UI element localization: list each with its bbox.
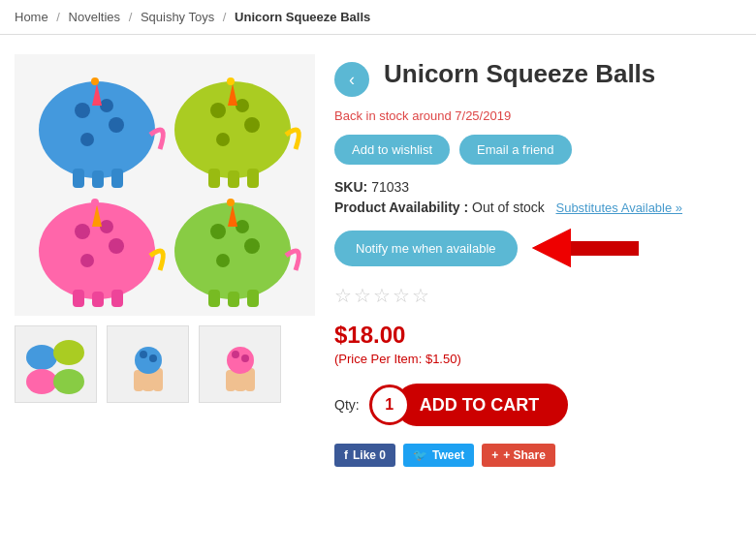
svg-point-16: [227, 77, 235, 85]
star-2[interactable]: ☆: [354, 284, 371, 307]
product-thumbnails: [15, 325, 315, 403]
product-images: [15, 54, 315, 467]
svg-point-55: [241, 354, 249, 362]
breadcrumb-novelties[interactable]: Novelties: [69, 10, 120, 24]
star-rating[interactable]: ☆ ☆ ☆ ☆ ☆: [334, 284, 741, 307]
notify-row: Notify me when available: [334, 227, 741, 269]
thumbnail-2-image: [114, 333, 182, 396]
fb-icon: f: [344, 448, 348, 462]
svg-point-13: [244, 117, 260, 133]
svg-rect-29: [111, 290, 123, 307]
title-row: ‹ Unicorn Squeeze Balls: [334, 54, 741, 97]
svg-rect-39: [247, 290, 259, 307]
svg-point-6: [91, 77, 99, 85]
svg-rect-37: [208, 290, 220, 307]
svg-point-3: [109, 117, 124, 133]
svg-point-24: [80, 254, 94, 267]
star-4[interactable]: ☆: [393, 284, 410, 307]
svg-point-48: [140, 351, 147, 358]
quantity-input[interactable]: 1: [369, 385, 410, 425]
svg-point-2: [100, 99, 113, 112]
fb-like-label: Like 0: [353, 448, 386, 462]
action-buttons: Add to wishlist Email a friend: [334, 135, 741, 165]
share-button[interactable]: + + Share: [482, 444, 555, 467]
svg-rect-19: [247, 169, 259, 188]
svg-point-54: [232, 351, 239, 358]
thumbnail-3[interactable]: [199, 325, 281, 403]
svg-rect-28: [92, 292, 104, 307]
back-in-stock-notice: Back in stock around 7/25/2019: [334, 108, 741, 123]
svg-point-42: [26, 369, 57, 394]
breadcrumb-sep-3: /: [223, 10, 230, 24]
breadcrumb-home[interactable]: Home: [15, 10, 48, 24]
svg-rect-45: [134, 370, 143, 391]
product-meta: SKU: 71033 Product Availability : Out of…: [334, 179, 741, 215]
svg-marker-57: [532, 229, 571, 267]
product-illustration: [19, 62, 310, 309]
breadcrumb-squishy[interactable]: Squishy Toys: [141, 10, 214, 24]
svg-point-21: [75, 224, 90, 239]
svg-rect-38: [228, 292, 239, 307]
svg-point-41: [53, 340, 84, 365]
star-1[interactable]: ☆: [334, 284, 352, 307]
substitutes-link[interactable]: Substitutes Available »: [555, 200, 682, 215]
svg-point-26: [91, 199, 99, 206]
add-to-cart-button[interactable]: ADD TO CART: [395, 384, 569, 426]
star-5[interactable]: ☆: [412, 284, 429, 307]
thumbnail-2[interactable]: [107, 325, 189, 403]
svg-point-36: [227, 199, 235, 206]
svg-point-22: [100, 220, 113, 233]
availability-line: Product Availability : Out of stock Subs…: [334, 200, 741, 215]
availability-value: Out of stock: [472, 200, 545, 215]
thumbnail-3-image: [206, 333, 274, 396]
product-title: Unicorn Squeeze Balls: [384, 59, 655, 89]
thumbnail-1[interactable]: [15, 325, 97, 403]
svg-point-31: [210, 224, 226, 239]
breadcrumb-current: Unicorn Squeeze Balls: [235, 10, 370, 24]
twitter-icon: 🐦: [413, 448, 427, 462]
svg-rect-8: [92, 170, 104, 188]
svg-point-14: [216, 133, 230, 146]
svg-point-11: [210, 103, 226, 118]
cart-row: Qty: 1 ADD TO CART: [334, 384, 741, 426]
svg-rect-27: [73, 290, 84, 307]
qty-label: Qty:: [334, 397, 360, 413]
svg-point-47: [135, 347, 162, 374]
share-label: + Share: [503, 448, 546, 462]
arrow-annotation-svg: [532, 227, 639, 269]
price-per-item: (Price Per Item: $1.50): [334, 352, 741, 366]
product-container: ‹ Unicorn Squeeze Balls Back in stock ar…: [0, 35, 756, 486]
svg-point-4: [80, 133, 94, 146]
product-price: $18.00: [334, 322, 741, 349]
thumbnail-1-image: [22, 333, 90, 396]
arrow-annotation: [532, 227, 639, 269]
breadcrumb-sep-2: /: [129, 10, 136, 24]
svg-rect-7: [73, 169, 84, 188]
twitter-tweet-button[interactable]: 🐦 Tweet: [403, 444, 474, 467]
sku-label: SKU:: [334, 179, 367, 195]
svg-point-12: [236, 99, 249, 112]
product-info: ‹ Unicorn Squeeze Balls Back in stock ar…: [334, 54, 741, 467]
star-3[interactable]: ☆: [373, 284, 391, 307]
svg-rect-18: [228, 170, 239, 188]
availability-label: Product Availability :: [334, 200, 468, 215]
breadcrumb: Home / Novelties / Squishy Toys / Unicor…: [0, 0, 756, 35]
facebook-like-button[interactable]: f Like 0: [334, 444, 395, 467]
svg-point-43: [53, 369, 84, 394]
notify-button[interactable]: Notify me when available: [334, 231, 518, 266]
svg-rect-51: [226, 370, 236, 391]
svg-point-1: [75, 103, 90, 118]
svg-point-49: [149, 354, 157, 362]
prev-product-button[interactable]: ‹: [334, 62, 369, 97]
tweet-label: Tweet: [432, 448, 464, 462]
email-friend-button[interactable]: Email a friend: [459, 135, 571, 165]
social-buttons: f Like 0 🐦 Tweet + + Share: [334, 444, 741, 467]
main-product-image: [15, 54, 315, 316]
svg-point-40: [26, 345, 57, 370]
share-icon: +: [491, 448, 498, 462]
sku-line: SKU: 71033: [334, 179, 741, 195]
svg-point-33: [244, 238, 260, 254]
add-to-wishlist-button[interactable]: Add to wishlist: [334, 135, 450, 165]
breadcrumb-sep-1: /: [56, 10, 63, 24]
svg-point-32: [236, 220, 249, 233]
